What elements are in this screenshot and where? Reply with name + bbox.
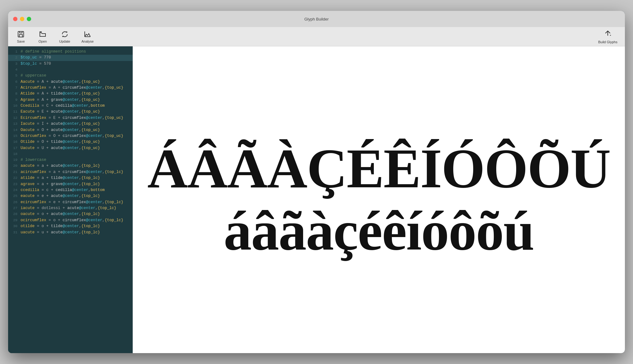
code-line-11: 11 Eacute = E + acute@center,{top_uc} <box>8 109 133 115</box>
build-glyphs-button[interactable]: Build Glyphs <box>596 28 620 45</box>
code-line-12: 12 Ecircumflex = E + circumflex@center,{… <box>8 115 133 121</box>
code-line-25: 25 eacute = e + acute@center,{top_lc} <box>8 193 133 199</box>
code-editor[interactable]: 1 # define alignment positions 2 $top_uc… <box>8 46 133 353</box>
analyse-label: Analyse <box>81 40 93 43</box>
code-line-2: 2 $top_uc = 770 <box>8 55 133 61</box>
update-label: Update <box>59 40 70 43</box>
minimize-button[interactable] <box>20 17 24 21</box>
code-line-28: 28 oacute = o + acute@center,{top_lc} <box>8 211 133 217</box>
code-line-22: 22 atilde = a + tilde@center,{top_lc} <box>8 175 133 181</box>
code-line-13: 13 Iacute = I + acute@center,{top_uc} <box>8 121 133 127</box>
close-button[interactable] <box>13 17 17 21</box>
code-line-17: 17 Uacute = U + acute@center,{top_uc} <box>8 145 133 151</box>
uppercase-glyphs-row: ÁÂÃÀÇÉÊÍÓÔÕÚ <box>147 141 610 197</box>
code-line-23: 23 agrave = a + grave@center,{top_lc} <box>8 181 133 187</box>
window-controls <box>13 17 31 21</box>
app-window: Glyph Builder Save Open <box>8 11 625 353</box>
code-line-10: 10 Ccedilla = C + cedilla@center,bottom <box>8 103 133 109</box>
code-line-29: 29 ocircumflex = o + circumflex@center,{… <box>8 217 133 223</box>
update-icon <box>60 30 69 39</box>
code-line-6: 6 Aacute = A + acute@center,{top_uc} <box>8 79 133 85</box>
glyph-preview: ÁÂÃÀÇÉÊÍÓÔÕÚ áâãàçéêíóôõú <box>133 46 625 353</box>
open-icon <box>38 30 47 39</box>
lowercase-glyphs-row: áâãàçéêíóôõú <box>224 203 534 259</box>
code-line-7: 7 Acircumflex = A + circumflex@center,{t… <box>8 85 133 91</box>
main-content: 1 # define alignment positions 2 $top_uc… <box>8 46 625 353</box>
code-line-8: 8 Atilde = A + tilde@center,{top_uc} <box>8 91 133 97</box>
code-line-18: 18 <box>8 151 133 157</box>
code-line-19: 19 # lowercase <box>8 157 133 163</box>
code-line-5: 5 # uppercase <box>8 73 133 79</box>
code-line-27: 27 iacute = dotlessi + acute@center,{top… <box>8 205 133 211</box>
save-button[interactable]: Save <box>13 29 29 44</box>
save-label: Save <box>17 40 25 43</box>
code-line-31: 31 uacute = u + acute@center,{top_lc} <box>8 230 133 236</box>
code-line-14: 14 Oacute = O + acute@center,{top_uc} <box>8 127 133 133</box>
code-line-3: 3 $top_lc = 570 <box>8 61 133 67</box>
update-button[interactable]: Update <box>57 29 73 44</box>
analyse-icon <box>83 30 92 39</box>
open-button[interactable]: Open <box>35 29 50 44</box>
titlebar: Glyph Builder <box>8 11 625 27</box>
code-line-21: 21 acircumflex = a + circumflex@center,{… <box>8 169 133 175</box>
code-line-20: 20 aacute = a + acute@center,{top_lc} <box>8 163 133 169</box>
save-icon <box>17 30 25 39</box>
maximize-button[interactable] <box>27 17 31 21</box>
code-line-15: 15 Ocircumflex = O + circumflex@center,{… <box>8 133 133 139</box>
code-line-9: 9 Agrave = A + grave@center,{top_uc} <box>8 97 133 103</box>
code-line-30: 30 otilde = o + tilde@center,{top_lc} <box>8 223 133 229</box>
open-label: Open <box>39 40 47 43</box>
build-glyphs-icon <box>604 29 612 39</box>
code-line-26: 26 ecircumflex = e + circumflex@center,{… <box>8 199 133 205</box>
build-glyphs-label: Build Glyphs <box>598 40 617 44</box>
toolbar: Save Open Update <box>8 27 625 46</box>
analyse-button[interactable]: Analyse <box>79 29 96 44</box>
code-line-1: 1 # define alignment positions <box>8 49 133 55</box>
code-line-16: 16 Otilde = O + tilde@center,{top_uc} <box>8 139 133 145</box>
code-line-24: 24 ccedilla = c + cedilla@center,bottom <box>8 187 133 193</box>
window-title: Glyph Builder <box>304 17 329 21</box>
code-line-4: 4 <box>8 67 133 73</box>
